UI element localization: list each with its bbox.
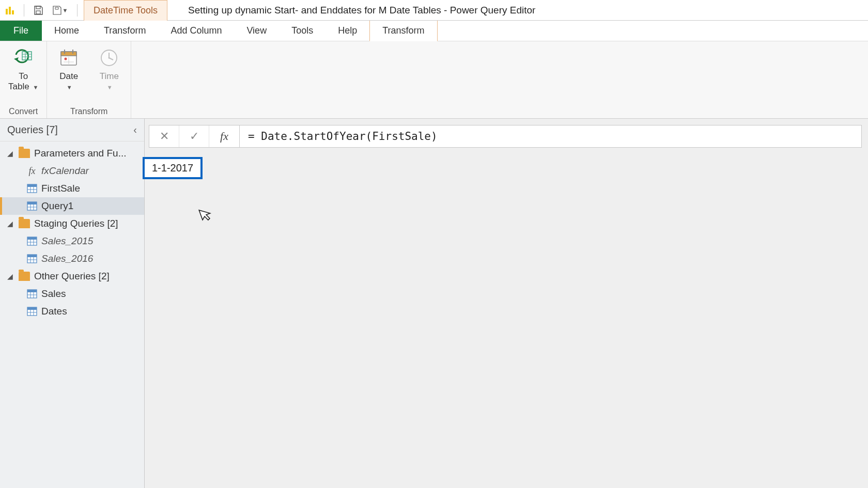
- tab-help[interactable]: Help: [326, 21, 369, 41]
- save-icon[interactable]: [33, 5, 44, 16]
- chevron-down-icon: ▼: [33, 84, 38, 90]
- svg-rect-11: [61, 52, 76, 56]
- query-sales[interactable]: Sales: [0, 285, 144, 303]
- query-label: fxCalendar: [41, 165, 89, 177]
- query-sales-2016[interactable]: Sales_2016: [0, 250, 144, 267]
- app-icon: [4, 5, 16, 16]
- tab-view[interactable]: View: [234, 21, 279, 41]
- tab-context-transform[interactable]: Transform: [369, 21, 437, 41]
- formula-input[interactable]: = Date.StartOfYear(FirstSale): [240, 125, 862, 148]
- result-area: 1-1-2017: [145, 148, 868, 488]
- fx-icon[interactable]: fx: [209, 125, 239, 147]
- mouse-cursor-icon: [198, 206, 215, 226]
- table-icon: [27, 184, 37, 193]
- ribbon-body: To Table ▼ Convert Date▼: [0, 41, 868, 119]
- table-icon: [27, 307, 37, 316]
- ribbon-tabs: File Home Transform Add Column View Tool…: [0, 21, 868, 41]
- folder-label: Staging Queries [2]: [34, 218, 118, 229]
- undo-dropdown-icon[interactable]: ▼: [50, 5, 69, 16]
- query-label: Sales_2016: [41, 253, 93, 264]
- accept-formula-button[interactable]: ✓: [179, 125, 209, 147]
- query-fxcalendar[interactable]: fx fxCalendar: [0, 162, 144, 180]
- caret-icon: ◢: [7, 272, 14, 280]
- query-label: FirstSale: [41, 183, 80, 194]
- svg-rect-1: [9, 7, 11, 14]
- queries-header: Queries [7] ‹: [0, 119, 144, 141]
- title-right: DateTime Tools Setting up dynamic Start-…: [84, 0, 546, 20]
- ribbon-group-transform: Date▼ Time▼ Transform: [47, 41, 131, 118]
- chevron-down-icon: ▼: [63, 7, 68, 13]
- svg-point-20: [109, 57, 110, 59]
- query-label: Sales: [41, 288, 66, 300]
- folder-icon: [19, 219, 30, 228]
- svg-rect-37: [27, 255, 37, 257]
- svg-rect-2: [12, 10, 14, 14]
- quick-access-toolbar: ▼: [0, 4, 84, 17]
- chevron-down-icon: ▼: [107, 84, 113, 90]
- document-title: Setting up dynamic Start- and Enddates f…: [178, 5, 546, 16]
- ribbon-group-convert: To Table ▼ Convert: [0, 41, 47, 118]
- context-tab-header: DateTime Tools: [84, 0, 167, 21]
- svg-rect-47: [27, 307, 37, 310]
- query-label: Sales_2015: [41, 235, 93, 247]
- caret-icon: ◢: [7, 149, 14, 158]
- queries-title: Queries [7]: [7, 124, 58, 136]
- result-value-cell[interactable]: 1-1-2017: [143, 157, 203, 179]
- table-icon: [27, 289, 37, 298]
- chevron-down-icon: ▼: [67, 84, 72, 90]
- svg-rect-32: [27, 237, 37, 240]
- main-area: Queries [7] ‹ ◢ Parameters and Fu... fx …: [0, 119, 868, 488]
- query-query1[interactable]: Query1: [0, 197, 144, 215]
- group-title-transform: Transform: [70, 107, 107, 117]
- table-icon: [27, 201, 37, 211]
- separator: [24, 4, 24, 17]
- formula-bar: ✕ ✓ fx = Date.StartOfYear(FirstSale): [145, 119, 868, 148]
- query-firstsale[interactable]: FirstSale: [0, 180, 144, 197]
- svg-rect-42: [27, 290, 37, 292]
- to-table-icon: [12, 46, 35, 69]
- calendar-icon: [57, 46, 80, 69]
- query-sales-2015[interactable]: Sales_2015: [0, 232, 144, 250]
- folder-label: Other Queries [2]: [34, 271, 110, 282]
- formula-controls: ✕ ✓ fx: [149, 125, 240, 148]
- table-icon: [27, 254, 37, 263]
- tab-tools[interactable]: Tools: [279, 21, 326, 41]
- date-label: Date▼: [59, 71, 78, 91]
- fx-icon: fx: [27, 166, 37, 177]
- tab-transform[interactable]: Transform: [91, 21, 158, 41]
- cancel-formula-button[interactable]: ✕: [149, 125, 179, 147]
- time-button: Time▼: [94, 44, 125, 93]
- tab-file[interactable]: File: [0, 21, 42, 41]
- folder-staging[interactable]: ◢ Staging Queries [2]: [0, 215, 144, 232]
- collapse-pane-button[interactable]: ‹: [133, 124, 137, 136]
- svg-rect-0: [6, 9, 8, 14]
- svg-rect-27: [27, 202, 37, 204]
- svg-rect-22: [27, 184, 37, 187]
- svg-rect-3: [36, 6, 40, 9]
- queries-pane: Queries [7] ‹ ◢ Parameters and Fu... fx …: [0, 119, 145, 488]
- tab-home[interactable]: Home: [42, 21, 91, 41]
- folder-parameters[interactable]: ◢ Parameters and Fu...: [0, 145, 144, 162]
- time-label: Time▼: [100, 71, 119, 91]
- queries-tree: ◢ Parameters and Fu... fx fxCalendar Fir…: [0, 141, 144, 323]
- tab-add-column[interactable]: Add Column: [158, 21, 234, 41]
- svg-point-14: [65, 58, 67, 60]
- folder-other[interactable]: ◢ Other Queries [2]: [0, 267, 144, 285]
- folder-icon: [19, 149, 30, 158]
- svg-rect-4: [36, 11, 40, 14]
- query-label: Query1: [41, 200, 73, 212]
- date-button[interactable]: Date▼: [53, 44, 84, 93]
- content-pane: ✕ ✓ fx = Date.StartOfYear(FirstSale) 1-1…: [145, 119, 868, 488]
- table-icon: [27, 237, 37, 246]
- folder-label: Parameters and Fu...: [34, 148, 126, 159]
- clock-icon: [98, 46, 120, 69]
- query-dates[interactable]: Dates: [0, 303, 144, 320]
- to-table-button[interactable]: To Table ▼: [6, 44, 40, 93]
- to-table-label: To Table ▼: [8, 71, 38, 91]
- group-title-convert: Convert: [9, 107, 38, 117]
- query-label: Dates: [41, 306, 67, 317]
- separator: [77, 4, 78, 17]
- caret-icon: ◢: [7, 219, 14, 228]
- folder-icon: [19, 272, 30, 281]
- title-bar: ▼ DateTime Tools Setting up dynamic Star…: [0, 0, 868, 21]
